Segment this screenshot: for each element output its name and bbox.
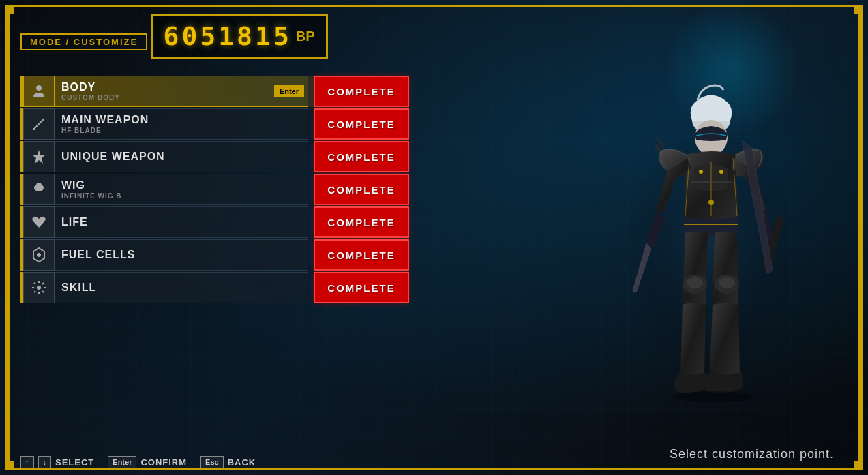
enter-badge-body: Enter [274, 85, 304, 97]
key-badge: Esc [200, 456, 224, 468]
item-title-main_weapon: MAIN WEAPON [61, 113, 301, 126]
menu-item-unique_weapon[interactable]: UNIQUE WEAPON COMPLETE [20, 141, 409, 172]
item-title-wig: WIG [61, 179, 301, 191]
svg-point-19 [687, 277, 703, 288]
item-title-unique_weapon: UNIQUE WEAPON [61, 150, 301, 163]
control-item-1: EnterCONFIRM [108, 456, 187, 468]
menu-item-wig[interactable]: WIG INFINITE WIG B COMPLETE [20, 174, 409, 205]
svg-point-22 [672, 391, 754, 402]
complete-badge-life: COMPLETE [314, 206, 409, 238]
menu-item-skill[interactable]: SKILL COMPLETE [20, 272, 409, 303]
item-subtitle-body: CUSTOM BODY [61, 94, 301, 102]
control-label: CONFIRM [140, 457, 187, 468]
item-content-wig: WIG INFINITE WIG B [55, 174, 308, 205]
bp-unit: BP [296, 29, 315, 44]
item-content-main_weapon: MAIN WEAPON HF BLADE [55, 108, 308, 140]
item-subtitle-main_weapon: HF BLADE [61, 127, 301, 135]
complete-badge-main_weapon: COMPLETE [314, 108, 409, 140]
complete-badge-skill: COMPLETE [314, 272, 409, 303]
key-badge: Enter [108, 456, 136, 468]
svg-line-1 [33, 119, 44, 129]
title-bar: MODE / CUSTOMIZE [20, 33, 147, 50]
svg-marker-3 [32, 150, 46, 164]
item-title-life: LIFE [61, 215, 301, 228]
item-content-unique_weapon: UNIQUE WEAPON [55, 141, 308, 172]
item-icon-wig [23, 174, 55, 205]
item-content-body: BODY CUSTOM BODY Enter [55, 76, 308, 107]
item-content-fuel_cells: FUEL CELLS [55, 239, 308, 271]
item-icon-life [23, 206, 55, 238]
item-subtitle-wig: INFINITE WIG B [61, 192, 301, 200]
complete-badge-wig: COMPLETE [314, 174, 409, 205]
item-icon-fuel_cells [23, 239, 55, 271]
svg-point-15 [708, 200, 714, 205]
menu-item-body[interactable]: BODY CUSTOM BODY Enter COMPLETE [20, 76, 409, 107]
item-title-body: BODY [61, 80, 301, 93]
control-label: SELECT [55, 457, 94, 468]
complete-badge-unique_weapon: COMPLETE [314, 141, 409, 172]
item-content-life: LIFE [55, 206, 308, 238]
key-badge: ↑ [20, 456, 34, 468]
menu-list: BODY CUSTOM BODY Enter COMPLETE MAIN WEA… [20, 76, 409, 303]
svg-point-0 [36, 85, 42, 91]
control-item-0: ↑↓SELECT [20, 456, 94, 468]
svg-point-14 [719, 170, 723, 174]
bp-value: 6051815 [164, 21, 292, 51]
bottom-bar: ↑↓SELECTEnterCONFIRMEscBACK [20, 456, 848, 468]
menu-item-life[interactable]: LIFE COMPLETE [20, 206, 409, 238]
character-area [575, 55, 848, 434]
svg-point-21 [719, 277, 735, 288]
item-icon-main_weapon [23, 108, 55, 140]
item-content-skill: SKILL [55, 272, 308, 303]
menu-item-main_weapon[interactable]: MAIN WEAPON HF BLADE COMPLETE [20, 108, 409, 140]
item-title-skill: SKILL [61, 281, 301, 294]
control-item-2: EscBACK [200, 456, 256, 468]
complete-badge-fuel_cells: COMPLETE [314, 239, 409, 271]
right-bar [858, 5, 863, 470]
svg-point-5 [37, 253, 41, 257]
key-badge: ↓ [38, 456, 52, 468]
svg-point-13 [699, 170, 703, 174]
item-title-fuel_cells: FUEL CELLS [61, 248, 301, 261]
character-svg [602, 80, 820, 434]
character-silhouette [602, 80, 820, 434]
control-label: BACK [228, 457, 256, 468]
item-icon-body [23, 76, 55, 107]
svg-point-6 [37, 286, 41, 290]
mode-title: MODE / CUSTOMIZE [30, 37, 138, 47]
item-icon-unique_weapon [23, 141, 55, 172]
svg-rect-2 [33, 128, 35, 130]
item-icon-skill [23, 272, 55, 303]
left-bar [5, 5, 10, 470]
complete-badge-body: COMPLETE [314, 76, 409, 107]
bp-display: 6051815 BP [151, 14, 328, 59]
menu-item-fuel_cells[interactable]: FUEL CELLS COMPLETE [20, 239, 409, 271]
